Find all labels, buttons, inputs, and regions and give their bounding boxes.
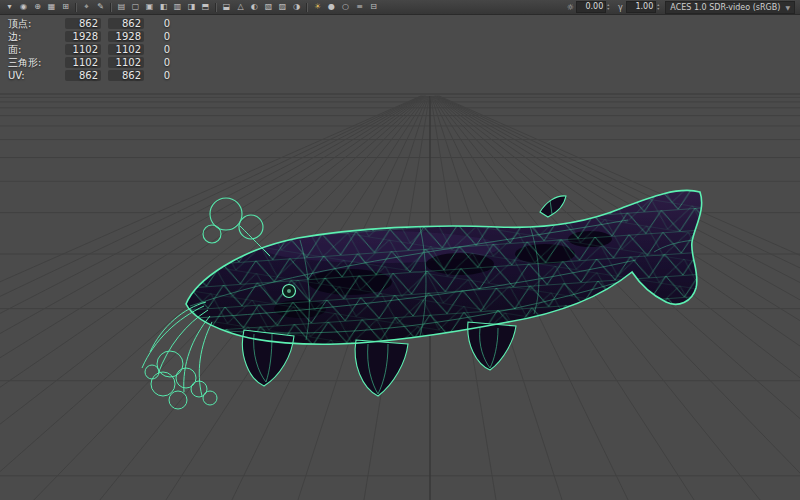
lock-camera-icon[interactable]: ◉: [17, 1, 30, 13]
dorsal-fin[interactable]: [540, 196, 566, 217]
gamma-spinner[interactable]: ▴ ▾: [657, 3, 659, 11]
safe-title-icon[interactable]: ⬒: [199, 1, 212, 13]
wireframe-on-shaded-icon[interactable]: ▨: [276, 1, 289, 13]
motion-blur-icon[interactable]: ≡: [353, 1, 366, 13]
gamma-icon: γ: [615, 3, 625, 12]
hud-value-total: 1928: [65, 31, 101, 42]
multisample-icon[interactable]: ⊟: [367, 1, 380, 13]
view-transform-label: ACES 1.0 SDR-video (sRGB): [670, 2, 780, 13]
safe-action-icon[interactable]: ◨: [185, 1, 198, 13]
pan-zoom-icon[interactable]: ⌖: [80, 1, 93, 13]
hud-label: 边:: [8, 30, 58, 44]
spinner-down-icon[interactable]: ▾: [657, 7, 659, 11]
select-camera-icon[interactable]: ▾: [3, 1, 16, 13]
hud-label: UV:: [8, 70, 58, 81]
pelvic-fin[interactable]: [355, 340, 408, 396]
isolate-select-icon[interactable]: ◐: [248, 1, 261, 13]
exposure-spinner[interactable]: ▴ ▾: [607, 3, 609, 11]
shadows-icon[interactable]: ●: [325, 1, 338, 13]
hud-value-selected: 0: [153, 44, 173, 55]
hud-label: 顶点:: [8, 17, 58, 31]
poly-count-hud: 顶点: 862 862 0 边: 1928 1928 0 面: 1102 110…: [8, 17, 173, 82]
hud-value-selected: 0: [153, 57, 173, 68]
gamma-value[interactable]: 1.00: [626, 1, 656, 13]
frame-all-icon[interactable]: ⬓: [220, 1, 233, 13]
chevron-down-icon: ▼: [785, 2, 790, 13]
hud-value-selected: 0: [153, 31, 173, 42]
gate-mask-icon[interactable]: ◧: [157, 1, 170, 13]
fish-eye: [283, 285, 296, 298]
hud-row-vertices: 顶点: 862 862 0: [8, 17, 173, 30]
lights-icon[interactable]: ☀: [311, 1, 324, 13]
hud-value-total: 1102: [65, 44, 101, 55]
viewport-window: ▾ ◉ ⊕ ▦ ⊞ ⌖ ✎ ▤ ▢ ▣ ◧ ▥ ◨ ⬒ ⬓ △ ◐ ▧ ▨ ◑ …: [0, 0, 800, 500]
hud-row-triangles: 三角形: 1102 1102 0: [8, 56, 173, 69]
field-chart-icon[interactable]: ▥: [171, 1, 184, 13]
hud-value-shaded: 862: [108, 70, 144, 81]
toolbar-separator: [215, 3, 217, 12]
hud-value-total: 1102: [65, 57, 101, 68]
exposure-control[interactable]: ☼ 0.00 ▴ ▾: [565, 1, 609, 13]
hud-value-shaded: 1102: [108, 44, 144, 55]
image-plane-icon[interactable]: ⊞: [59, 1, 72, 13]
toolbar-separator: [306, 3, 308, 12]
hud-value-selected: 0: [153, 70, 173, 81]
viewport-3d[interactable]: [0, 14, 800, 500]
ao-icon[interactable]: ○: [339, 1, 352, 13]
resolution-gate-icon[interactable]: ▣: [143, 1, 156, 13]
anal-fin[interactable]: [468, 322, 516, 370]
hud-value-selected: 0: [153, 18, 173, 29]
hud-row-edges: 边: 1928 1928 0: [8, 30, 173, 43]
hud-value-total: 862: [65, 18, 101, 29]
view-transform-select[interactable]: ACES 1.0 SDR-video (sRGB) ▼: [665, 1, 795, 14]
camera-attributes-icon[interactable]: ⊕: [31, 1, 44, 13]
toolbar-separator: [110, 3, 112, 12]
xray-icon[interactable]: ▧: [262, 1, 275, 13]
hud-value-shaded: 1928: [108, 31, 144, 42]
textured-icon[interactable]: ◑: [290, 1, 303, 13]
hud-value-shaded: 862: [108, 18, 144, 29]
spinner-down-icon[interactable]: ▾: [607, 7, 609, 11]
toolbar-separator: [75, 3, 77, 12]
fish-model[interactable]: [142, 174, 730, 409]
hud-row-faces: 面: 1102 1102 0: [8, 43, 173, 56]
hud-label: 三角形:: [8, 56, 58, 70]
hud-label: 面:: [8, 43, 58, 57]
exposure-value[interactable]: 0.00: [576, 1, 606, 13]
viewport-toolbar: ▾ ◉ ⊕ ▦ ⊞ ⌖ ✎ ▤ ▢ ▣ ◧ ▥ ◨ ⬒ ⬓ △ ◐ ▧ ▨ ◑ …: [0, 0, 800, 15]
gamma-control[interactable]: γ 1.00 ▴ ▾: [615, 1, 659, 13]
bookmarks-icon[interactable]: ▦: [45, 1, 58, 13]
hud-value-shaded: 1102: [108, 57, 144, 68]
grease-pencil-icon[interactable]: ✎: [94, 1, 107, 13]
viewport-canvas[interactable]: [0, 14, 800, 500]
exposure-icon: ☼: [565, 3, 575, 12]
film-gate-icon[interactable]: ▢: [129, 1, 142, 13]
hud-row-uv: UV: 862 862 0: [8, 69, 173, 82]
frame-selection-icon[interactable]: △: [234, 1, 247, 13]
hud-value-total: 862: [65, 70, 101, 81]
grid-icon[interactable]: ▤: [115, 1, 128, 13]
